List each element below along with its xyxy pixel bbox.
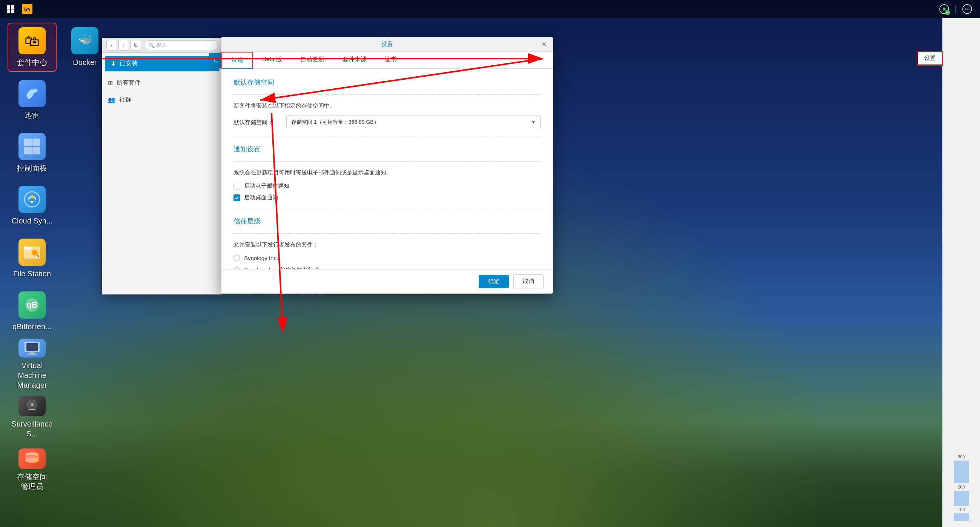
dialog-footer: 确定 取消 <box>221 269 553 293</box>
package-center-window: ‹ › ↻ 🔍 搜索 已 ⬇ 已安装 ⊞ 所有套件 👥 社群 <box>102 38 223 294</box>
pkg-refresh-btn[interactable]: ↻ <box>130 40 141 51</box>
svg-text:🐳: 🐳 <box>78 33 92 46</box>
vm-manager-label: Virtual Machine Manager <box>11 361 54 390</box>
svg-rect-28 <box>27 354 37 355</box>
already-installed-badge: 已 <box>209 53 223 68</box>
svg-rect-15 <box>32 147 40 154</box>
svg-point-10 <box>967 9 968 10</box>
cancel-button[interactable]: 取消 <box>513 275 544 288</box>
desktop-notification-row: 启动桌面通知 <box>234 194 541 201</box>
svg-rect-12 <box>24 139 32 146</box>
chart-bar-300 <box>954 461 969 483</box>
chart-bar-100 <box>954 513 969 521</box>
chart-label-100: 100 <box>958 507 964 512</box>
settings-button-container: 设置 <box>916 51 943 66</box>
tab-source[interactable]: 套件来源 <box>334 52 376 69</box>
dialog-close-btn[interactable]: ✕ <box>540 40 548 49</box>
desktop-notification-checkbox[interactable] <box>234 195 240 201</box>
pkg-sidebar: ⬇ 已安装 ⊞ 所有套件 👥 社群 <box>102 56 223 109</box>
package-center-icon-img: 🛍 <box>19 27 46 54</box>
pkg-search-bar[interactable]: 🔍 搜索 <box>144 40 218 50</box>
notification-desc: 系统会在更新项目可用时寄送电子邮件通知或是显示桌面通知。 <box>234 169 541 176</box>
svg-rect-0 <box>7 5 10 9</box>
right-panel: 300 200 100 <box>942 18 980 527</box>
svg-rect-13 <box>32 139 40 146</box>
message-icon[interactable] <box>960 2 974 16</box>
package-center-label: 套件中心 <box>17 57 47 67</box>
storage-form-row: 默认存储空间： 存储空间 1（可用容量：366.89 GB） ▼ <box>234 115 541 129</box>
svg-point-18 <box>31 201 33 203</box>
pkg-community-item[interactable]: 👥 社群 <box>102 91 223 109</box>
community-label: 社群 <box>119 96 131 104</box>
thunder-label: 迅雷 <box>24 110 40 120</box>
package-taskbar-icon[interactable]: 🛍 <box>20 2 35 17</box>
svg-rect-26 <box>26 343 38 351</box>
svg-rect-1 <box>11 5 14 9</box>
dialog-title: 设置 <box>381 40 393 48</box>
svg-rect-14 <box>24 147 32 154</box>
settings-dialog: 设置 ✕ 常规 Beta 版 自动更新 套件来源 证书 默认存储空间 新套件将安… <box>221 37 553 294</box>
desktop-notification-label: 启动桌面通知 <box>244 194 278 201</box>
storage-manager-icon-img <box>19 449 46 469</box>
community-icon: 👥 <box>108 96 115 104</box>
chart-label-300: 300 <box>958 455 964 459</box>
dialog-titlebar: 设置 ✕ <box>221 37 553 52</box>
desktop-icon-cloud-sync[interactable]: Cloud Syn... <box>8 181 57 230</box>
email-notification-label: 启动电子邮件通知 <box>244 182 290 190</box>
installed-icon: ⬇ <box>111 60 116 67</box>
svg-point-11 <box>969 9 970 10</box>
tab-beta[interactable]: Beta 版 <box>253 52 291 69</box>
docker-icon-img: 🐳 <box>71 27 99 54</box>
storage-label: 默认存储空间： <box>234 119 286 126</box>
settings-button[interactable]: 设置 <box>918 52 942 65</box>
vm-manager-icon-img <box>19 339 46 358</box>
pkg-back-btn[interactable]: ‹ <box>107 40 117 51</box>
pkg-search-icon: 🔍 <box>148 42 154 48</box>
control-panel-icon-img <box>19 133 46 160</box>
tab-general[interactable]: 常规 <box>221 52 253 69</box>
trust-synology-only-label: Synology Inc. <box>244 255 278 261</box>
svg-point-7 <box>943 8 946 11</box>
desktop-icon-file-station[interactable]: File Station <box>8 234 57 283</box>
desktop-icon-qbittorrent[interactable]: qB qBittorren... <box>8 287 57 336</box>
status-icon[interactable] <box>937 2 951 16</box>
svg-point-36 <box>35 454 37 456</box>
storage-select[interactable]: 存储空间 1（可用容量：366.89 GB） ▼ <box>286 115 541 129</box>
docker-label: Docker <box>73 57 97 67</box>
trust-synology-only-radio[interactable] <box>234 254 240 261</box>
email-notification-checkbox[interactable] <box>234 183 240 190</box>
desktop-icons: 🛍 套件中心 迅雷 控制面板 <box>8 22 106 527</box>
tab-cert[interactable]: 证书 <box>376 52 406 69</box>
desktop-icon-control-panel[interactable]: 控制面板 <box>8 128 57 177</box>
apps-icon[interactable] <box>3 2 18 17</box>
taskbar-divider <box>956 5 956 14</box>
taskbar-right <box>931 2 980 16</box>
desktop-icon-package-center[interactable]: 🛍 套件中心 <box>8 22 57 72</box>
storage-manager-label: 存储空间 管理员 <box>17 472 47 492</box>
desktop-icon-storage-manager[interactable]: 存储空间 管理员 <box>8 446 57 495</box>
pkg-forward-btn[interactable]: › <box>118 40 129 51</box>
taskbar: 🛍 <box>0 0 980 18</box>
desktop-icon-surveillance[interactable]: Surveillance S... <box>8 393 57 442</box>
trust-synology-only-row[interactable]: Synology Inc. <box>234 254 541 261</box>
surveillance-icon-img <box>19 396 46 416</box>
all-packages-icon: ⊞ <box>108 79 113 86</box>
confirm-button[interactable]: 确定 <box>479 275 509 288</box>
desktop-icon-vm-manager[interactable]: Virtual Machine Manager <box>8 340 57 389</box>
svg-point-17 <box>30 195 33 198</box>
svg-point-16 <box>24 192 40 207</box>
all-packages-label: 所有套件 <box>116 79 141 87</box>
svg-rect-32 <box>29 409 35 410</box>
desktop-icon-thunder[interactable]: 迅雷 <box>8 75 57 125</box>
chart-label-200: 200 <box>958 485 964 489</box>
thunder-icon-img <box>19 80 46 107</box>
notification-title: 通知设置 <box>234 145 541 154</box>
svg-text:🛍: 🛍 <box>24 6 30 13</box>
pkg-installed-btn[interactable]: ⬇ 已安装 <box>105 56 220 71</box>
trust-title: 信任层级 <box>234 217 541 226</box>
svg-point-37 <box>35 459 37 461</box>
email-notification-row: 启动电子邮件通知 <box>234 182 541 190</box>
pkg-search-placeholder: 搜索 <box>156 42 166 49</box>
tab-auto-update[interactable]: 自动更新 <box>291 52 334 69</box>
pkg-all-packages-item[interactable]: ⊞ 所有套件 <box>102 74 223 91</box>
